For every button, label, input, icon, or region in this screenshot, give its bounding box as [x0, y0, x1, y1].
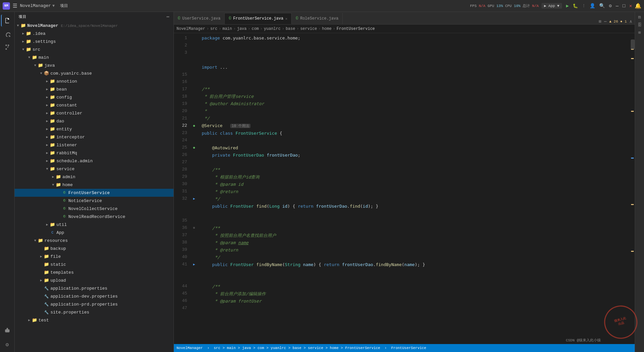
tree-item-NovelReadRecordService[interactable]: ▶ © NovelReadRecordService [15, 213, 174, 221]
tree-label-resources: resources [44, 238, 68, 243]
settings-icon[interactable]: ⚙ [609, 3, 611, 9]
tab-overflow-icon[interactable]: ⋯ [604, 19, 607, 24]
right-scrollbar[interactable] [628, 33, 635, 344]
bc-yuanlrc[interactable]: yuanlrc [264, 27, 280, 31]
right-terminal-icon[interactable]: ⊞ [638, 30, 641, 35]
tree-item-admin[interactable]: ▶ 📁 admin [15, 173, 174, 181]
tree-item-rabbitMq[interactable]: ▶ 📁 rabbitMq [15, 149, 174, 157]
notification-icon[interactable]: 🔔 [635, 3, 641, 9]
tree-arrow-backup: ▶ [38, 246, 44, 250]
tree-item-util[interactable]: ▶ 📁 util [15, 221, 174, 229]
tree-item-idea[interactable]: ▶ 📁 .idea [15, 30, 174, 37]
bc-src[interactable]: src [210, 27, 218, 31]
tree-item-entity[interactable]: ▶ 📁 entity [15, 125, 174, 133]
tree-item-bean[interactable]: ▶ 📁 bean [15, 85, 174, 93]
tree-item-upload[interactable]: ▶ 📁 upload [15, 276, 174, 284]
tree-item-FrontUserService[interactable]: ▶ © FrontUserService [15, 189, 174, 197]
tab-RoleService[interactable]: © RoleService.java [292, 13, 342, 24]
tree-item-java[interactable]: ▼ 📁 java [15, 61, 174, 69]
tree-item-site-props[interactable]: ▶ 🔧 site.properties [15, 308, 174, 316]
tree-item-constant[interactable]: ▶ 📁 constant [15, 101, 174, 109]
tree-item-NovelCollectService[interactable]: ▶ © NovelCollectService [15, 205, 174, 213]
tree-item-config[interactable]: ▶ 📁 config [15, 93, 174, 101]
tree-item-service[interactable]: ▼ 📁 service [15, 165, 174, 173]
folder-icon-rabbitMq: 📁 [50, 150, 55, 156]
tree-label-annotion: annotion [56, 79, 77, 84]
tree-label-home: home [62, 182, 73, 187]
tree-item-main[interactable]: ▼ 📁 main [15, 53, 174, 61]
bc-service[interactable]: service [300, 27, 317, 31]
tree-arrow-root: ▼ [15, 24, 21, 28]
tree-item-root[interactable]: ▼ 📁 NovelManager E:/idea_space/NovelMana… [15, 22, 174, 30]
tab-FrontUserService[interactable]: © FrontUserService.java ✕ [225, 13, 292, 24]
close-button[interactable]: ✕ [629, 3, 632, 9]
more-icon[interactable]: ⋮ [582, 4, 586, 8]
activity-git[interactable] [1, 41, 13, 53]
tree-item-App[interactable]: ▶ C App [15, 229, 174, 237]
maximize-button[interactable]: □ [622, 3, 625, 9]
tree-item-annotion[interactable]: ▶ 📁 annotion [15, 77, 174, 85]
minimize-button[interactable]: — [616, 3, 618, 9]
tree-item-listener[interactable]: ▶ 📁 listener [15, 141, 174, 149]
tab-UserService[interactable]: © UserService.java [174, 13, 225, 24]
tree-item-app-props[interactable]: ▶ 🔧 application.properties [15, 284, 174, 292]
hamburger-icon[interactable]: ☰ [13, 3, 17, 9]
tree-item-home[interactable]: ▼ 📁 home [15, 181, 174, 189]
right-ai-icon[interactable]: m [638, 15, 641, 20]
bc-main[interactable]: main [222, 27, 232, 31]
folder-icon-home: 📁 [56, 182, 61, 187]
tree-item-NoticeService[interactable]: ▶ © NoticeService [15, 197, 174, 205]
bc-java[interactable]: java [237, 27, 247, 31]
activity-search[interactable] [1, 28, 13, 40]
tab-expand-icon[interactable]: ∧ [629, 19, 632, 24]
package-icon-com-base: 📦 [44, 71, 49, 76]
activity-explorer[interactable] [1, 15, 13, 27]
bc-novelmanager[interactable]: NovelManager [177, 27, 205, 31]
tree-item-app-dev-props[interactable]: ▶ 🔧 application-dev.properties [15, 292, 174, 300]
tree-item-static[interactable]: ▶ 📁 static [15, 260, 174, 268]
tree-item-file[interactable]: ▶ 📁 file [15, 252, 174, 260]
tree-item-templates[interactable]: ▶ 📁 templates [15, 268, 174, 276]
tree-label-interceptor: interceptor [56, 135, 85, 140]
tree-item-com-base[interactable]: ▼ 📦 com.yuanlrc.base [15, 69, 174, 77]
tab-bar: © UserService.java © FrontUserService.ja… [174, 12, 635, 25]
code-editor[interactable]: package com.yuanlrc.base.service.home; i… [198, 33, 628, 344]
menu-item-project[interactable]: 项目 [60, 3, 68, 9]
folder-icon-idea: 📁 [26, 31, 31, 36]
bc-base[interactable]: base [286, 27, 295, 31]
tree-item-test[interactable]: ▶ 📁 test [15, 316, 174, 324]
debug-icon[interactable]: 🐛 [573, 3, 578, 9]
line-numbers: 1 2 3 15 16 17 18 19 20 21 22 23 24 25 2… [174, 33, 190, 344]
tab-split-icon[interactable]: ⊞ [599, 19, 602, 24]
bc-home[interactable]: home [322, 27, 332, 31]
props-file-icon-site: 🔧 [44, 310, 49, 315]
right-db-icon[interactable]: 🗄 [638, 23, 642, 28]
tree-item-backup[interactable]: ▶ 📁 backup [15, 245, 174, 252]
tree-item-resources[interactable]: ▼ 📁 resources [15, 237, 174, 245]
folder-icon-listener: 📁 [50, 142, 55, 148]
search-top-icon[interactable]: 🔍 [599, 3, 605, 9]
tree-arrow-admin: ▶ [50, 175, 56, 179]
run-icon[interactable]: ▶ [566, 3, 569, 9]
folder-icon-dao: 📁 [50, 118, 55, 124]
tree-label-schedule: schedule.admin [56, 159, 93, 164]
tree-item-schedule[interactable]: ▶ 📁 schedule.admin [15, 157, 174, 165]
profile-icon[interactable]: 👤 [590, 3, 595, 9]
bc-FrontUserService[interactable]: FrontUserService [337, 27, 375, 31]
activity-extensions[interactable] [1, 324, 13, 336]
sidebar-dots[interactable]: ⋯ [167, 14, 170, 20]
scroll-thumb[interactable] [631, 39, 635, 49]
tree-label-bean: bean [56, 87, 67, 92]
tree-item-app-prd-props[interactable]: ▶ 🔧 application-prd.properties [15, 300, 174, 308]
tab-close-FrontUserService[interactable]: ✕ [285, 17, 288, 21]
tree-label-com-base: com.yuanlrc.base [50, 71, 92, 76]
app-run-button[interactable]: ▶ App ▼ [541, 3, 562, 9]
tree-item-controller[interactable]: ▶ 📁 controller [15, 109, 174, 117]
tree-item-interceptor[interactable]: ▶ 📁 interceptor [15, 133, 174, 141]
tree-item-src[interactable]: ▼ 📁 src [15, 45, 174, 53]
tree-item-settings[interactable]: ▶ 📁 .settings [15, 37, 174, 45]
tree-label-src: src [33, 47, 40, 52]
tree-item-dao[interactable]: ▶ 📁 dao [15, 117, 174, 125]
activity-settings[interactable]: ⚙ [1, 339, 13, 351]
bc-com[interactable]: com [251, 27, 259, 31]
